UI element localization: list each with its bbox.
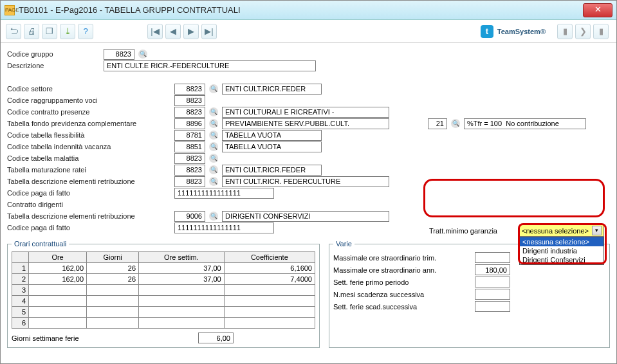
varie-label: Massimale ore straordinario ann. bbox=[333, 266, 475, 274]
varie-input[interactable] bbox=[475, 277, 510, 287]
table-cell[interactable]: 7,4000 bbox=[224, 274, 315, 285]
desc-input[interactable] bbox=[222, 84, 322, 95]
table-cell[interactable] bbox=[29, 307, 87, 318]
table-cell[interactable]: 26 bbox=[87, 274, 139, 285]
table-cell[interactable]: 37,00 bbox=[139, 263, 225, 274]
dropdown-option[interactable]: Dirigenti Confservizi bbox=[520, 255, 603, 264]
table-cell[interactable] bbox=[224, 296, 315, 307]
desc-input[interactable] bbox=[222, 130, 322, 141]
code-input[interactable] bbox=[174, 84, 205, 95]
field-label: Codice tabella flessibilità bbox=[7, 131, 174, 139]
codice-gruppo-input[interactable] bbox=[104, 49, 134, 60]
table-cell[interactable]: 26 bbox=[87, 263, 139, 274]
table-cell[interactable]: 6,1600 bbox=[224, 263, 315, 274]
field-label: Tabella descrizione elementi retribuzion… bbox=[7, 177, 174, 185]
dropdown-option[interactable]: Dirigenti industria bbox=[520, 246, 603, 255]
table-cell[interactable] bbox=[29, 285, 87, 296]
lookup-icon[interactable]: 🔍 bbox=[209, 107, 218, 116]
print-icon[interactable]: 🖨 bbox=[24, 24, 39, 39]
toolbar: ⮌ 🖨 ❐ ⤓ ? |◀ ◀ ▶ ▶| t TeamSystem® ▮ ❯ ▮ bbox=[1, 20, 616, 43]
codice-paga2-input[interactable] bbox=[174, 223, 274, 233]
table-cell[interactable]: 37,00 bbox=[139, 274, 225, 285]
app-window: PAGE TB0101 - E-Pag2016 - TABELLA GRUPPI… bbox=[0, 0, 617, 364]
table-cell[interactable] bbox=[139, 296, 225, 307]
lookup-icon[interactable]: 🔍 bbox=[209, 177, 218, 186]
nav-next-icon[interactable]: ▶ bbox=[183, 24, 199, 39]
lookup-icon[interactable]: 🔍 bbox=[209, 165, 218, 174]
desc-input[interactable] bbox=[222, 165, 322, 176]
codice-gruppo-label: Codice gruppo bbox=[7, 50, 104, 58]
help-icon[interactable]: ? bbox=[78, 24, 93, 39]
table-cell[interactable] bbox=[87, 285, 139, 296]
layers-icon[interactable]: ❐ bbox=[42, 24, 57, 39]
codice-paga-input[interactable] bbox=[174, 188, 274, 199]
code-input[interactable] bbox=[174, 153, 205, 164]
lookup-icon[interactable]: 🔍 bbox=[209, 212, 218, 221]
lookup-icon[interactable]: 🔍 bbox=[138, 50, 147, 59]
extra-code-input[interactable] bbox=[428, 118, 447, 129]
table-header: Ore bbox=[29, 252, 87, 263]
code-input[interactable] bbox=[174, 211, 205, 222]
desc-input[interactable] bbox=[222, 118, 389, 129]
forward-icon[interactable]: ❯ bbox=[575, 24, 591, 39]
table-cell[interactable]: 162,00 bbox=[29, 274, 87, 285]
nav-first-icon[interactable]: |◀ bbox=[147, 24, 163, 39]
export-icon[interactable]: ⤓ bbox=[60, 24, 75, 39]
descrizione-input[interactable] bbox=[104, 60, 316, 71]
dropdown-option[interactable]: <nessuna selezione> bbox=[520, 237, 603, 246]
folder-icon[interactable]: ▮ bbox=[593, 24, 609, 39]
table-cell[interactable] bbox=[224, 285, 315, 296]
code-input[interactable] bbox=[174, 118, 205, 129]
lookup-icon[interactable]: 🔍 bbox=[209, 142, 218, 151]
desc-input[interactable] bbox=[222, 141, 322, 152]
table-cell[interactable] bbox=[139, 318, 225, 329]
tratt-dropdown-list[interactable]: <nessuna selezione>Dirigenti industriaDi… bbox=[519, 237, 604, 265]
table-cell[interactable] bbox=[29, 318, 87, 329]
table-cell[interactable] bbox=[224, 307, 315, 318]
varie-input[interactable] bbox=[475, 301, 510, 312]
code-input[interactable] bbox=[174, 107, 205, 118]
table-cell[interactable] bbox=[29, 296, 87, 307]
table-cell[interactable] bbox=[87, 307, 139, 318]
code-input[interactable] bbox=[174, 176, 205, 187]
window-title: TB0101 - E-Pag2016 - TABELLA GRUPPI CONT… bbox=[19, 5, 583, 15]
nav-last-icon[interactable]: ▶| bbox=[201, 24, 217, 39]
varie-legend: Varie bbox=[333, 240, 355, 248]
code-input[interactable] bbox=[174, 141, 205, 152]
doc-icon[interactable]: ▮ bbox=[557, 24, 573, 39]
code-input[interactable] bbox=[174, 130, 205, 141]
varie-label: Massimale ore straordinario trim. bbox=[333, 254, 475, 262]
varie-input[interactable] bbox=[475, 264, 510, 275]
lookup-icon[interactable]: 🔍 bbox=[209, 84, 218, 93]
table-cell[interactable]: 162,00 bbox=[29, 263, 87, 274]
chevron-down-icon[interactable]: ▾ bbox=[592, 226, 602, 235]
table-cell[interactable] bbox=[87, 296, 139, 307]
code-input[interactable] bbox=[174, 165, 205, 176]
lookup-icon[interactable]: 🔍 bbox=[209, 119, 218, 128]
row-header: 1 bbox=[12, 263, 29, 274]
varie-input[interactable] bbox=[475, 252, 510, 263]
desc-input[interactable] bbox=[222, 176, 389, 187]
nav-prev-icon[interactable]: ◀ bbox=[165, 24, 181, 39]
gsf-input[interactable] bbox=[198, 332, 234, 343]
tratt-dropdown[interactable]: <nessuna selezione> ▾ bbox=[519, 224, 604, 237]
codice-paga-label: Codice paga di fatto bbox=[7, 189, 174, 197]
lookup-icon[interactable]: 🔍 bbox=[451, 119, 460, 128]
orari-fieldset: Orari contrattuali OreGiorniOre settim.C… bbox=[7, 240, 320, 348]
desc-input[interactable] bbox=[222, 107, 389, 118]
lookup-icon[interactable]: 🔍 bbox=[209, 131, 218, 140]
close-button[interactable]: ✕ bbox=[583, 3, 612, 17]
table-cell[interactable] bbox=[87, 318, 139, 329]
desc-input[interactable] bbox=[222, 211, 389, 222]
back-icon[interactable]: ⮌ bbox=[6, 24, 21, 39]
extra-desc-input[interactable] bbox=[464, 118, 586, 129]
varie-input[interactable] bbox=[475, 289, 510, 300]
field-label: Codice settore bbox=[7, 85, 174, 93]
gsf-label: Giorni settimane ferie bbox=[12, 334, 198, 342]
lookup-icon[interactable]: 🔍 bbox=[209, 154, 218, 163]
table-cell[interactable] bbox=[139, 307, 225, 318]
app-icon: PAGE bbox=[5, 5, 15, 15]
code-input[interactable] bbox=[174, 95, 205, 106]
table-cell[interactable] bbox=[224, 318, 315, 329]
table-cell[interactable] bbox=[139, 285, 225, 296]
